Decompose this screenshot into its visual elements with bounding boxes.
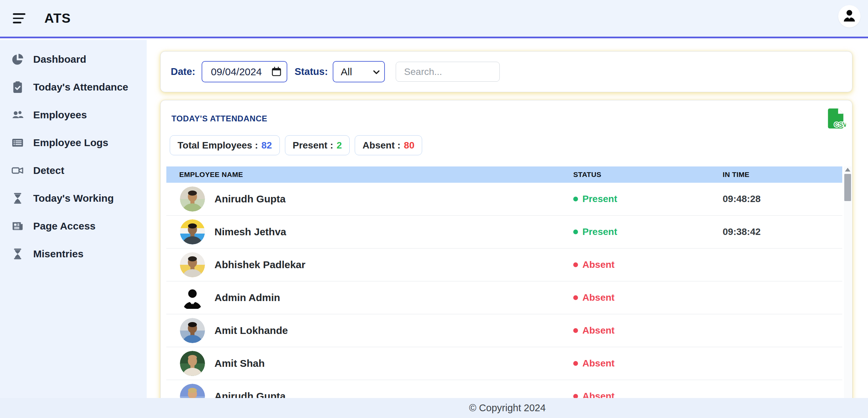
present-value: 2 xyxy=(337,140,342,151)
employee-avatar xyxy=(180,285,205,310)
employee-name: Amit Shah xyxy=(214,358,265,369)
hourglass-icon xyxy=(11,247,24,260)
table-row[interactable]: Amit Shah Absent xyxy=(166,347,842,380)
date-input[interactable] xyxy=(202,61,287,82)
total-employees-badge: Total Employees : 82 xyxy=(170,135,280,155)
employee-avatar xyxy=(180,318,205,343)
list-icon xyxy=(11,136,24,149)
csv-export-button[interactable]: CSV xyxy=(826,108,846,130)
employee-status-cell: Present xyxy=(571,226,721,237)
date-field-wrap xyxy=(202,61,287,82)
employee-avatar xyxy=(180,186,205,212)
pie-chart-icon xyxy=(11,53,24,66)
employee-status-cell: Absent xyxy=(571,325,721,336)
employee-in-time: 09:48:28 xyxy=(721,194,842,204)
sidebar-item-misentries[interactable]: Misentries xyxy=(0,240,147,268)
employee-name: Amit Lokhande xyxy=(214,325,288,336)
employee-name-cell: Amit Shah xyxy=(166,351,571,376)
scroll-up-arrow[interactable] xyxy=(845,168,850,172)
absent-label: Absent : xyxy=(363,140,400,151)
column-header-status: STATUS xyxy=(571,171,721,179)
employee-name: Admin Admin xyxy=(214,292,280,303)
table-body: Anirudh Gupta Present 09:48:28 Nimesh Je… xyxy=(166,183,842,413)
status-dot-icon xyxy=(573,295,578,300)
attendance-card: TODAY'S ATTENDANCE CSV Total Employees :… xyxy=(160,100,852,418)
table-row[interactable]: Amit Lokhande Absent xyxy=(166,314,842,347)
filter-bar: Date: Status: All xyxy=(160,51,852,92)
summary-badges: Total Employees : 82 Present : 2 Absent … xyxy=(170,135,422,155)
status-label: Present xyxy=(582,194,617,204)
employee-name-cell: Admin Admin xyxy=(166,285,571,310)
employee-status-cell: Absent xyxy=(571,358,721,369)
search-input[interactable] xyxy=(396,62,500,82)
employee-status-cell: Absent xyxy=(571,259,721,270)
employee-avatar xyxy=(180,252,205,277)
attendance-title: TODAY'S ATTENDANCE xyxy=(171,114,267,123)
employee-status-cell: Present xyxy=(571,194,721,204)
status-dot-icon xyxy=(573,230,578,234)
status-select-wrap: All xyxy=(333,61,385,82)
attendance-table: EMPLOYEE NAME STATUS IN TIME Anirudh Gup… xyxy=(166,166,842,413)
copyright-text: © Copyright 2024 xyxy=(469,402,545,414)
employee-name: Abhishek Padlekar xyxy=(214,259,305,271)
sidebar-item-employee-logs[interactable]: Employee Logs xyxy=(0,129,147,157)
sidebar-item-employees[interactable]: Employees xyxy=(0,101,147,129)
csv-file-icon: CSV xyxy=(826,125,846,131)
sidebar-item-label: Employee Logs xyxy=(33,137,108,148)
user-avatar-button[interactable] xyxy=(838,5,861,27)
scrollbar-thumb[interactable] xyxy=(844,174,851,201)
status-label: Absent xyxy=(582,259,615,270)
status-label: Absent xyxy=(582,325,615,336)
total-employees-value: 82 xyxy=(262,140,272,151)
column-header-employee-name: EMPLOYEE NAME xyxy=(166,171,571,179)
table-row[interactable]: Admin Admin Absent xyxy=(166,281,842,314)
status-select[interactable]: All xyxy=(333,61,385,82)
app-title: ATS xyxy=(44,11,71,26)
sidebar-item-label: Dashboard xyxy=(33,54,86,65)
sidebar-item-label: Detect xyxy=(33,165,64,176)
absent-value: 80 xyxy=(404,140,414,151)
employee-avatar xyxy=(180,351,205,376)
sidebar-item-page-access[interactable]: Page Access xyxy=(0,212,147,240)
total-employees-label: Total Employees : xyxy=(178,140,258,151)
table-row[interactable]: Anirudh Gupta Present 09:48:28 xyxy=(166,183,842,216)
employee-name: Nimesh Jethva xyxy=(214,226,286,238)
sidebar-item-today-s-working[interactable]: Today's Working xyxy=(0,184,147,212)
employee-name: Anirudh Gupta xyxy=(214,193,286,205)
video-camera-icon xyxy=(11,164,24,177)
hourglass-icon xyxy=(11,192,24,205)
sidebar-item-label: Today's Attendance xyxy=(33,81,128,93)
column-header-in-time: IN TIME xyxy=(721,171,842,179)
sidebar-item-dashboard[interactable]: Dashboard xyxy=(0,45,147,73)
clipboard-check-icon xyxy=(11,81,24,94)
svg-text:CSV: CSV xyxy=(834,121,846,128)
sidebar-item-label: Today's Working xyxy=(33,193,114,204)
sidebar-nav: Dashboard Today's Attendance Employees E… xyxy=(0,40,147,418)
present-badge: Present : 2 xyxy=(285,135,350,155)
status-dot-icon xyxy=(573,361,578,366)
status-dot-icon xyxy=(573,197,578,201)
employee-name-cell: Nimesh Jethva xyxy=(166,219,571,244)
sidebar-item-detect[interactable]: Detect xyxy=(0,157,147,184)
table-header-row: EMPLOYEE NAME STATUS IN TIME xyxy=(166,166,842,183)
employee-name-cell: Anirudh Gupta xyxy=(166,186,571,212)
sidebar-item-label: Page Access xyxy=(33,220,96,232)
menu-toggle-button[interactable] xyxy=(13,13,25,23)
table-row[interactable]: Abhishek Padlekar Absent xyxy=(166,248,842,281)
table-row[interactable]: Nimesh Jethva Present 09:38:42 xyxy=(166,216,842,248)
sidebar-item-label: Misentries xyxy=(33,248,83,260)
status-dot-icon xyxy=(573,262,578,267)
footer: © Copyright 2024 xyxy=(0,398,868,418)
top-bar: ATS xyxy=(0,0,868,38)
table-scrollbar[interactable] xyxy=(844,166,851,418)
status-label: Absent xyxy=(582,358,615,369)
absent-badge: Absent : 80 xyxy=(355,135,422,155)
main-content: Date: Status: All TODAY'S xyxy=(147,40,868,418)
people-icon xyxy=(11,108,24,121)
sidebar-item-today-s-attendance[interactable]: Today's Attendance xyxy=(0,73,147,101)
date-label: Date: xyxy=(171,66,195,77)
status-label: Status: xyxy=(295,66,328,77)
newspaper-icon xyxy=(11,220,24,233)
status-label: Present xyxy=(582,226,617,237)
present-label: Present : xyxy=(293,140,333,151)
